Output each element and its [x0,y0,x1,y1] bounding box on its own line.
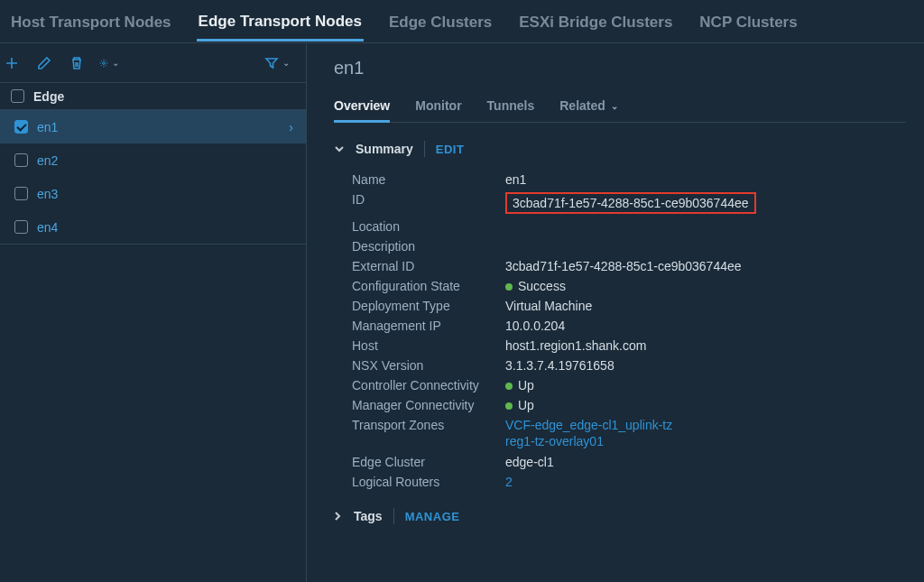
label-name: Name [352,172,505,187]
tab-ncp-clusters[interactable]: NCP Clusters [698,3,799,41]
label-edge-cluster: Edge Cluster [352,455,505,469]
label-logical-routers: Logical Routers [352,475,505,489]
tab-host-transport-nodes[interactable]: Host Transport Nodes [9,3,173,41]
sub-tab-monitor[interactable]: Monitor [415,95,461,122]
node-list: en1 › en2 en3 en4 [0,110,306,245]
value-edge-cluster: edge-cl1 [505,455,554,469]
edit-button[interactable]: EDIT [436,143,465,156]
tags-section-header: Tags MANAGE [332,508,906,524]
tags-title: Tags [354,509,383,523]
list-item-label: en1 [37,120,58,134]
page-title: en1 [334,58,906,79]
left-pane: ⌄ ⌄ Edge en1 › en2 en3 [0,43,307,582]
list-item-label: en4 [37,220,58,235]
chevron-down-icon: ⌄ [611,101,618,111]
tab-esxi-bridge-clusters[interactable]: ESXi Bridge Clusters [517,3,674,41]
list-header-label: Edge [33,89,64,104]
divider [393,508,394,524]
value-deployment-type: Virtual Machine [505,299,592,313]
tab-edge-clusters[interactable]: Edge Clusters [387,3,494,41]
checkbox-en3[interactable] [14,187,28,200]
value-controller-connectivity: Up [505,378,534,393]
checkbox-en4[interactable] [14,220,28,234]
chevron-down-icon: ⌄ [112,58,119,68]
summary-section-header: Summary EDIT [334,141,906,157]
label-management-ip: Management IP [352,319,505,333]
label-config-state: Configuration State [352,279,505,293]
value-manager-connectivity: Up [505,398,534,412]
list-item-label: en3 [37,187,58,201]
list-item-en3[interactable]: en3 [0,177,306,210]
delete-icon[interactable] [67,53,87,73]
value-transport-zones: VCF-edge_edge-cl1_uplink-tzreg1-tz-overl… [505,418,672,449]
sub-tab-related[interactable]: Related ⌄ [559,95,618,122]
list-item-label: en2 [37,153,58,168]
sub-tab-tunnels[interactable]: Tunnels [487,95,535,122]
value-external-id: 3cbad71f-1e57-4288-85c1-ce9b036744ee [505,259,742,273]
label-id: ID [352,192,505,214]
detail-sub-tabs: Overview Monitor Tunnels Related ⌄ [334,95,906,123]
label-description: Description [352,239,505,254]
summary-title: Summary [356,142,413,156]
filter-icon[interactable]: ⌄ [264,56,290,70]
highlighted-id: 3cbad71f-1e57-4288-85c1-ce9b036744ee [505,192,756,214]
list-item-en1[interactable]: en1 › [0,110,306,143]
tab-edge-transport-nodes[interactable]: Edge Transport Nodes [197,2,364,42]
list-item-en4[interactable]: en4 [0,210,306,244]
status-dot-icon [505,383,513,390]
expand-toggle-icon[interactable] [332,511,343,522]
detail-pane: en1 Overview Monitor Tunnels Related ⌄ S… [307,43,924,582]
label-external-id: External ID [352,259,505,273]
value-nsx-version: 3.1.3.7.4.19761658 [505,358,614,373]
sub-tab-overview[interactable]: Overview [334,95,390,123]
status-dot-icon [505,402,513,410]
value-host: host1.region1.shank.com [505,338,646,353]
value-management-ip: 10.0.0.204 [505,319,565,333]
label-location: Location [352,219,505,234]
list-toolbar: ⌄ ⌄ [0,43,306,83]
label-host: Host [352,338,505,353]
edit-icon[interactable] [34,53,54,73]
label-nsx-version: NSX Version [352,358,505,373]
svg-point-0 [103,61,106,64]
value-name: en1 [505,172,526,187]
status-dot-icon [505,283,513,291]
label-manager-connectivity: Manager Connectivity [352,398,505,412]
add-icon[interactable] [2,53,22,73]
manage-tags-button[interactable]: MANAGE [405,510,460,523]
label-controller-connectivity: Controller Connectivity [352,378,505,393]
chevron-right-icon: › [289,120,293,134]
top-tabs-bar: Host Transport Nodes Edge Transport Node… [0,0,924,43]
label-deployment-type: Deployment Type [352,299,505,313]
value-id: 3cbad71f-1e57-4288-85c1-ce9b036744ee [505,192,756,214]
list-item-en2[interactable]: en2 [0,143,306,177]
value-config-state: Success [505,279,566,293]
label-transport-zones: Transport Zones [352,418,505,449]
list-header: Edge [0,83,306,110]
divider [424,141,425,157]
collapse-toggle-icon[interactable] [334,143,345,154]
chevron-down-icon: ⌄ [282,58,290,68]
value-logical-routers[interactable]: 2 [505,475,513,489]
checkbox-en1[interactable] [14,120,28,134]
transport-zone-link[interactable]: VCF-edge_edge-cl1_uplink-tz [505,418,672,434]
transport-zone-link[interactable]: reg1-tz-overlay01 [505,434,672,450]
checkbox-en2[interactable] [14,153,28,167]
select-all-checkbox[interactable] [11,89,24,103]
actions-gear-icon[interactable]: ⌄ [99,53,119,73]
